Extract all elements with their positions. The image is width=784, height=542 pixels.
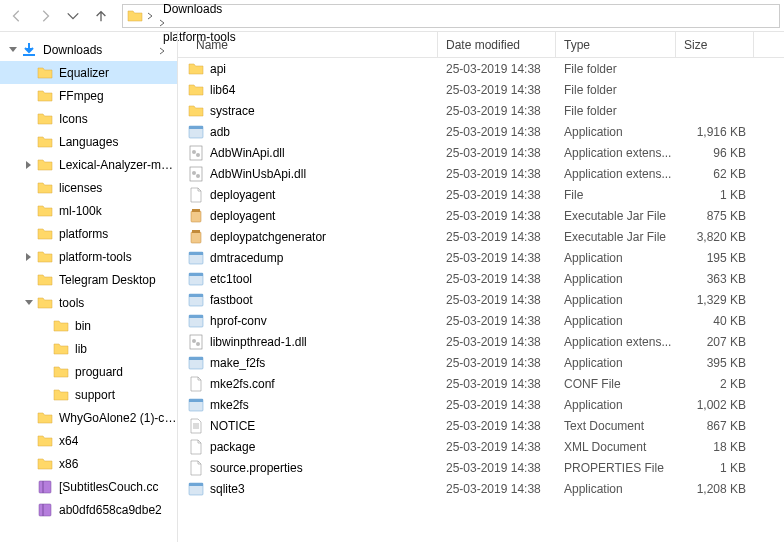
tree-item-label: Downloads [43,43,102,57]
file-type: Application extens... [556,331,676,352]
file-rows[interactable]: api25-03-2019 14:38File folderlib6425-03… [178,58,784,542]
file-date: 25-03-2019 14:38 [438,415,556,436]
tree-item[interactable]: Downloads [0,38,177,61]
tree-item[interactable]: Lexical-Analyzer-master [0,153,177,176]
file-name: mke2fs [210,398,249,412]
file-row[interactable]: deployagent25-03-2019 14:38Executable Ja… [178,205,784,226]
forward-button[interactable] [32,3,58,29]
tree-item[interactable]: tools [0,291,177,314]
file-type: Application [556,310,676,331]
folder-icon [37,272,53,288]
file-size: 40 KB [676,310,754,331]
column-header-name[interactable]: Name [178,32,438,57]
file-list-pane: Name Date modified Type Size api25-03-20… [178,32,784,542]
file-type: Application [556,289,676,310]
column-headers: Name Date modified Type Size [178,32,784,58]
tree-item-label: Equalizer [59,66,109,80]
file-size: 395 KB [676,352,754,373]
file-date: 25-03-2019 14:38 [438,79,556,100]
dll-icon [188,334,204,350]
tree-item-label: x64 [59,434,78,448]
file-name: NOTICE [210,419,255,433]
file-row[interactable]: AdbWinUsbApi.dll25-03-2019 14:38Applicat… [178,163,784,184]
file-row[interactable]: hprof-conv25-03-2019 14:38Application40 … [178,310,784,331]
navigation-tree[interactable]: DownloadsEqualizerFFmpegIconsLanguagesLe… [0,32,178,542]
folder-icon [37,134,53,150]
app-icon [188,481,204,497]
file-size: 3,820 KB [676,226,754,247]
file-row[interactable]: fastboot25-03-2019 14:38Application1,329… [178,289,784,310]
column-header-size[interactable]: Size [676,32,754,57]
file-type: Application extens... [556,142,676,163]
file-row[interactable]: deployagent25-03-2019 14:38File1 KB [178,184,784,205]
tree-item[interactable]: Languages [0,130,177,153]
tree-item-label: x86 [59,457,78,471]
address-bar[interactable]: This PCDownloadsplatform-tools [122,4,780,28]
expand-toggle[interactable] [22,250,35,263]
file-type: Executable Jar File [556,205,676,226]
folder-icon [53,364,69,380]
folder-icon [53,341,69,357]
tree-item[interactable]: support [0,383,177,406]
file-size: 1 KB [676,184,754,205]
rar-icon [37,479,53,495]
tree-item[interactable]: ab0dfd658ca9dbe2 [0,498,177,521]
file-size: 363 KB [676,268,754,289]
file-row[interactable]: api25-03-2019 14:38File folder [178,58,784,79]
file-row[interactable]: libwinpthread-1.dll25-03-2019 14:38Appli… [178,331,784,352]
file-name: systrace [210,104,255,118]
chevron-right-icon[interactable] [159,16,167,30]
file-row[interactable]: lib6425-03-2019 14:38File folder [178,79,784,100]
tree-item[interactable]: bin [0,314,177,337]
download-icon [21,42,37,58]
file-row[interactable]: systrace25-03-2019 14:38File folder [178,100,784,121]
file-row[interactable]: NOTICE25-03-2019 14:38Text Document867 K… [178,415,784,436]
tree-item[interactable]: Telegram Desktop [0,268,177,291]
column-header-type[interactable]: Type [556,32,676,57]
tree-item[interactable]: x64 [0,429,177,452]
up-button[interactable] [88,3,114,29]
file-row[interactable]: adb25-03-2019 14:38Application1,916 KB [178,121,784,142]
tree-item[interactable]: lib [0,337,177,360]
file-size: 18 KB [676,436,754,457]
back-button[interactable] [4,3,30,29]
file-row[interactable]: mke2fs.conf25-03-2019 14:38CONF File2 KB [178,373,784,394]
tree-item[interactable]: ml-100k [0,199,177,222]
tree-item[interactable]: platforms [0,222,177,245]
breadcrumb-segment[interactable]: Downloads [159,2,240,16]
tree-item[interactable]: x86 [0,452,177,475]
expand-toggle[interactable] [22,296,35,309]
file-row[interactable]: package25-03-2019 14:38XML Document18 KB [178,436,784,457]
expand-toggle[interactable] [6,43,19,56]
file-name: deployagent [210,188,275,202]
expand-toggle[interactable] [22,158,35,171]
folder-icon [37,65,53,81]
file-row[interactable]: AdbWinApi.dll25-03-2019 14:38Application… [178,142,784,163]
file-type: Application [556,247,676,268]
file-row[interactable]: sqlite325-03-2019 14:38Application1,208 … [178,478,784,499]
file-row[interactable]: dmtracedump25-03-2019 14:38Application19… [178,247,784,268]
column-header-date[interactable]: Date modified [438,32,556,57]
tree-item-label: [SubtitlesCouch.cc [59,480,158,494]
file-row[interactable]: deploypatchgenerator25-03-2019 14:38Exec… [178,226,784,247]
tree-item[interactable]: Icons [0,107,177,130]
expand-toggle [22,112,35,125]
file-date: 25-03-2019 14:38 [438,478,556,499]
chevron-right-icon[interactable] [147,9,155,23]
tree-item[interactable]: platform-tools [0,245,177,268]
file-row[interactable]: make_f2fs25-03-2019 14:38Application395 … [178,352,784,373]
file-date: 25-03-2019 14:38 [438,289,556,310]
file-icon [188,439,204,455]
recent-locations-button[interactable] [60,3,86,29]
tree-item[interactable]: [SubtitlesCouch.cc [0,475,177,498]
file-size [676,58,754,79]
file-row[interactable]: etc1tool25-03-2019 14:38Application363 K… [178,268,784,289]
file-row[interactable]: source.properties25-03-2019 14:38PROPERT… [178,457,784,478]
file-row[interactable]: mke2fs25-03-2019 14:38Application1,002 K… [178,394,784,415]
tree-item[interactable]: FFmpeg [0,84,177,107]
tree-item[interactable]: licenses [0,176,177,199]
tree-item[interactable]: WhyGoAlone2 (1)-converted [0,406,177,429]
tree-item[interactable]: Equalizer [0,61,177,84]
app-icon [188,124,204,140]
tree-item[interactable]: proguard [0,360,177,383]
